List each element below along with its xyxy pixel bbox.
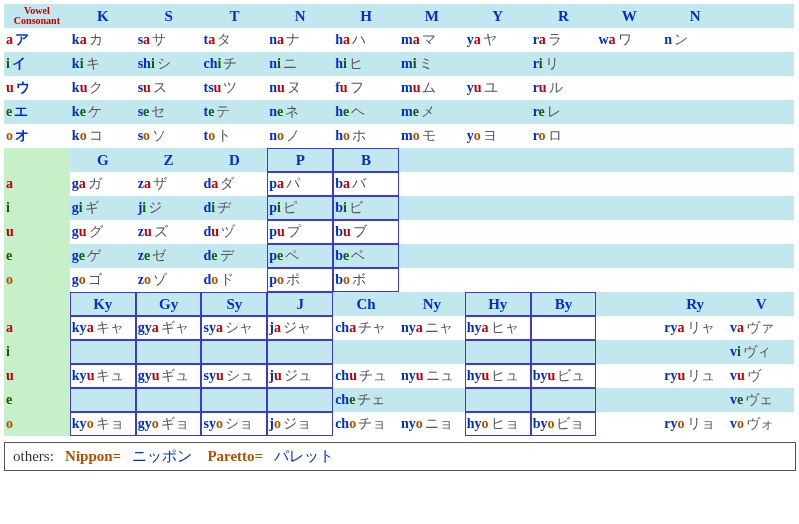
cell1-i-9	[662, 52, 728, 76]
cell2-i-9	[662, 196, 728, 220]
cell2-e-1: zeゼ	[136, 244, 202, 268]
cell3-a-5: nyaニャ	[399, 316, 465, 340]
col3-4: Ch	[333, 292, 399, 316]
cell3-a-7	[531, 316, 597, 340]
cell3-o-4: choチョ	[333, 412, 399, 436]
cell1-o-10	[728, 124, 794, 148]
col2-3: P	[267, 148, 333, 172]
cell2-u-10	[728, 220, 794, 244]
cell1-e-3: neネ	[267, 100, 333, 124]
cell1-a-4: haハ	[333, 28, 399, 52]
cell3-i-1	[136, 340, 202, 364]
cell1-i-5: miミ	[399, 52, 465, 76]
cell1-i-10	[728, 52, 794, 76]
cell2-i-6	[465, 196, 531, 220]
cell1-i-7: riリ	[531, 52, 597, 76]
cell3-a-2: syaシャ	[201, 316, 267, 340]
cell3-u-9: ryuリュ	[662, 364, 728, 388]
cell2-a-10	[728, 172, 794, 196]
col2-0: G	[70, 148, 136, 172]
cell3-i-0	[70, 340, 136, 364]
cell3-o-1: gyoギョ	[136, 412, 202, 436]
row3-label-u: u	[4, 364, 70, 388]
cell3-o-7: byoビョ	[531, 412, 597, 436]
cell2-o-6	[465, 268, 531, 292]
cell2-u-9	[662, 220, 728, 244]
cell1-a-1: saサ	[136, 28, 202, 52]
cell1-i-0: kiキ	[70, 52, 136, 76]
cell3-i-10: viヴィ	[728, 340, 794, 364]
cell1-o-1: soソ	[136, 124, 202, 148]
cell3-a-9: ryaリャ	[662, 316, 728, 340]
cell3-e-3	[267, 388, 333, 412]
col3-0: Ky	[70, 292, 136, 316]
cell1-u-10	[728, 76, 794, 100]
col3-5: Ny	[399, 292, 465, 316]
cell3-a-10: vaヴァ	[728, 316, 794, 340]
cell1-o-2: toト	[201, 124, 267, 148]
cell1-o-3: noノ	[267, 124, 333, 148]
cell3-o-8	[596, 412, 662, 436]
cell3-i-6	[465, 340, 531, 364]
cell3-i-4	[333, 340, 399, 364]
cell2-o-7	[531, 268, 597, 292]
cell2-a-8	[596, 172, 662, 196]
col3-3: J	[267, 292, 333, 316]
cell2-e-10	[728, 244, 794, 268]
cell2-a-3: paパ	[267, 172, 333, 196]
cell1-o-4: hoホ	[333, 124, 399, 148]
col2-8	[596, 148, 662, 172]
cell3-o-2: syoショ	[201, 412, 267, 436]
cell3-o-5: nyoニョ	[399, 412, 465, 436]
cell3-a-8	[596, 316, 662, 340]
cell3-o-0: kyoキョ	[70, 412, 136, 436]
cell1-u-3: nuヌ	[267, 76, 333, 100]
cell2-u-4: buブ	[333, 220, 399, 244]
row1-label-a: aア	[4, 28, 70, 52]
cell1-i-6	[465, 52, 531, 76]
cell3-u-7: byuビュ	[531, 364, 597, 388]
cell3-u-10: vuヴ	[728, 364, 794, 388]
cell1-o-9	[662, 124, 728, 148]
cell3-a-6: hyaヒャ	[465, 316, 531, 340]
col2-2: D	[201, 148, 267, 172]
row2-label-a: a	[4, 172, 70, 196]
cell1-a-0: kaカ	[70, 28, 136, 52]
cell2-o-8	[596, 268, 662, 292]
cell1-e-5: meメ	[399, 100, 465, 124]
cell3-u-1: gyuギュ	[136, 364, 202, 388]
col3-2: Sy	[201, 292, 267, 316]
cell3-u-4: chuチュ	[333, 364, 399, 388]
cell3-o-6: hyoヒョ	[465, 412, 531, 436]
row3-label-o: o	[4, 412, 70, 436]
cell1-a-8: waワ	[596, 28, 662, 52]
cell3-a-1: gyaギャ	[136, 316, 202, 340]
col1-2: T	[201, 4, 267, 28]
cell2-a-2: daダ	[201, 172, 267, 196]
cell2-u-8	[596, 220, 662, 244]
cell1-i-2: chiチ	[201, 52, 267, 76]
cell3-u-2: syuシュ	[201, 364, 267, 388]
cell2-e-5	[399, 244, 465, 268]
cell1-i-4: hiヒ	[333, 52, 399, 76]
cell2-u-7	[531, 220, 597, 244]
cell2-u-1: zuズ	[136, 220, 202, 244]
cell3-u-0: kyuキュ	[70, 364, 136, 388]
cell1-u-9	[662, 76, 728, 100]
col1-4: H	[333, 4, 399, 28]
cell1-i-1: shiシ	[136, 52, 202, 76]
row3-label-a: a	[4, 316, 70, 340]
others-kana-1: パレット	[274, 448, 334, 464]
cell1-e-4: heヘ	[333, 100, 399, 124]
col1-5: M	[399, 4, 465, 28]
cell2-u-0: guグ	[70, 220, 136, 244]
cell1-e-6	[465, 100, 531, 124]
cell2-e-6	[465, 244, 531, 268]
cell1-e-1: seセ	[136, 100, 202, 124]
cell2-e-0: geゲ	[70, 244, 136, 268]
cell1-e-10	[728, 100, 794, 124]
cell2-o-1: zoゾ	[136, 268, 202, 292]
cell1-u-1: suス	[136, 76, 202, 100]
col2-7	[531, 148, 597, 172]
cell1-u-0: kuク	[70, 76, 136, 100]
